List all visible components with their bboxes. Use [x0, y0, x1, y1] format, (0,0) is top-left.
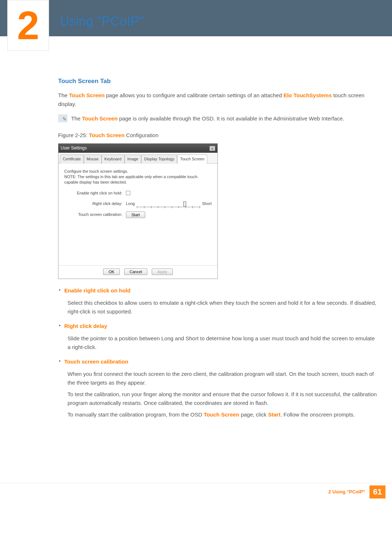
delay-slider[interactable]: Long Short	[126, 201, 212, 207]
section-heading: Touch Screen Tab	[58, 76, 377, 86]
main-content: Touch Screen Tab The Touch Screen page a…	[0, 36, 392, 439]
enable-right-click-checkbox[interactable]	[126, 191, 130, 195]
intro-paragraph: The Touch Screen page allows you to conf…	[58, 91, 377, 108]
bullet-2-line-1: To test the calibration, run your finger…	[68, 390, 377, 407]
figure-caption: Figure 2-25: Touch Screen Configuration	[58, 131, 377, 140]
bullet-2-line-0: When you first connect the touch screen …	[68, 370, 377, 387]
bullet-body-1: Slide the pointer to a position between …	[68, 334, 377, 352]
dialog-titlebar: User Settings ×	[58, 144, 217, 153]
calibration-label: Touch screen calibration:	[64, 212, 126, 218]
bullet-title-0: Enable right click on hold	[64, 286, 131, 295]
bullet-0: • Enable right click on hold	[59, 286, 377, 296]
bullet-body-2: When you first connect the touch screen …	[68, 370, 377, 419]
bullet-title-1: Right click delay	[64, 322, 107, 331]
tab-touch-screen[interactable]: Touch Screen	[177, 155, 207, 164]
bullet-dot-icon: •	[59, 322, 61, 332]
dialog-tabs: Certificate Mouse Keyboard Image Display…	[58, 153, 217, 164]
user-settings-dialog: User Settings × Certificate Mouse Keyboa…	[58, 143, 218, 279]
bullet-dot-icon: •	[59, 286, 61, 296]
slider-track[interactable]	[137, 201, 200, 207]
cancel-button[interactable]: Cancel	[124, 268, 147, 275]
tab-mouse[interactable]: Mouse	[84, 155, 102, 164]
ok-button[interactable]: OK	[103, 268, 120, 275]
calibration-row: Touch screen calibration: Start	[64, 212, 212, 218]
slider-short-label: Short	[202, 201, 212, 207]
footer-text: 2 Using "PCoIP"	[328, 489, 365, 495]
chapter-box: 2	[7, 0, 49, 51]
close-icon[interactable]: ×	[209, 146, 215, 151]
note-text: The Touch Screen page is only available …	[71, 114, 344, 123]
chapter-title: Using "PCoIP"	[60, 14, 144, 36]
start-button[interactable]: Start	[126, 212, 145, 218]
bullet-title-2: Touch screen calibration	[64, 357, 128, 366]
bullet-dot-icon: •	[59, 357, 61, 368]
bullet-2-tail: To manually start the calibration progra…	[68, 410, 377, 419]
elo-em: Elo TouchSystems	[283, 92, 332, 98]
right-click-delay-label: Right click delay:	[64, 201, 126, 207]
dialog-body: Configure the touch screen settings. NOT…	[58, 164, 217, 265]
enable-right-click-label: Enable right click on hold:	[64, 190, 126, 197]
bullet-1: • Right click delay	[59, 322, 377, 332]
tab-keyboard[interactable]: Keyboard	[102, 155, 124, 164]
bullet-body-0: Select this checkbox to allow users to e…	[68, 299, 377, 316]
apply-button[interactable]: Apply	[152, 268, 173, 275]
dialog-title: User Settings	[61, 145, 87, 152]
tab-image[interactable]: Image	[124, 155, 142, 164]
tab-certificate[interactable]: Certificate	[60, 155, 84, 164]
right-click-delay-row: Right click delay: Long Short	[64, 201, 212, 207]
page-number: 61	[369, 485, 385, 498]
page-footer: 2 Using "PCoIP" 61	[0, 483, 392, 501]
tab-display-topology[interactable]: Display Topology	[141, 155, 177, 164]
enable-right-click-row: Enable right click on hold:	[64, 190, 212, 197]
chapter-number: 2	[17, 5, 39, 45]
dialog-description: Configure the touch screen settings. NOT…	[64, 169, 212, 185]
bullet-2: • Touch screen calibration	[59, 357, 377, 368]
touch-screen-em: Touch Screen	[69, 92, 105, 98]
slider-thumb[interactable]	[183, 201, 186, 206]
bullet-list: • Enable right click on hold Select this…	[58, 286, 377, 419]
slider-long-label: Long	[126, 201, 135, 207]
header-banner: 2 Using "PCoIP"	[0, 0, 392, 36]
note-block: The Touch Screen page is only available …	[58, 114, 377, 126]
note-icon	[58, 114, 68, 122]
dialog-footer: OK Cancel Apply	[58, 265, 217, 279]
